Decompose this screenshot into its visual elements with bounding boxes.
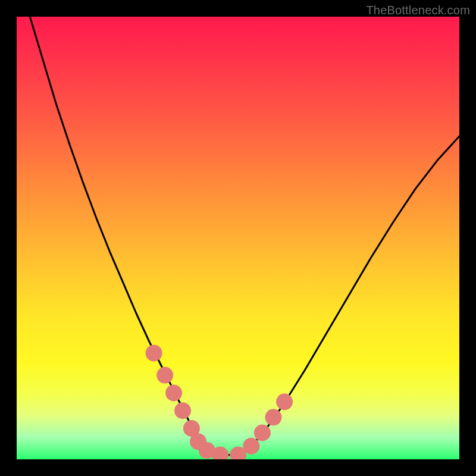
marker-point <box>156 367 173 384</box>
bottleneck-curve <box>17 17 459 455</box>
watermark-text: TheBottleneck.com <box>366 4 470 17</box>
marker-point <box>265 409 282 425</box>
marker-point <box>254 424 271 441</box>
chart-svg <box>17 17 459 459</box>
plot-area <box>17 17 459 459</box>
marker-point <box>174 402 191 419</box>
marker-point <box>243 438 259 455</box>
marker-point <box>146 345 162 361</box>
chart-frame: TheBottleneck.com <box>0 0 476 476</box>
marker-point <box>165 384 182 401</box>
marker-point <box>276 393 293 410</box>
marker-group <box>146 345 293 459</box>
